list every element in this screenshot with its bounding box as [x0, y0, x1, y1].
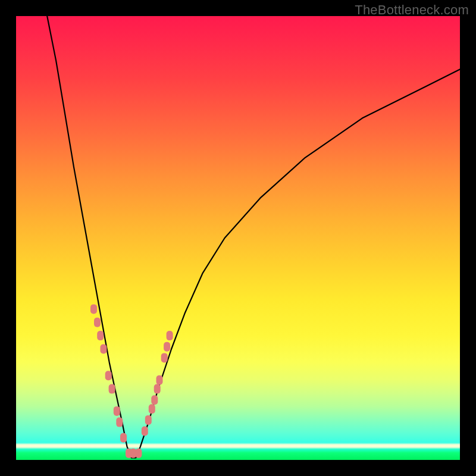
data-marker: [151, 395, 158, 405]
data-marker: [156, 375, 163, 385]
data-marker: [97, 331, 104, 340]
chart-frame: TheBottleneck.com: [0, 0, 476, 476]
data-marker: [135, 449, 142, 458]
data-marker: [149, 404, 155, 414]
data-marker: [120, 433, 127, 443]
data-marker: [94, 318, 101, 327]
data-marker: [101, 345, 107, 354]
data-marker: [90, 304, 97, 314]
data-marker: [142, 427, 148, 436]
data-marker: [164, 342, 170, 352]
data-marker: [154, 384, 161, 394]
plot-area: [16, 16, 460, 460]
data-marker: [114, 406, 120, 416]
data-marker: [167, 331, 173, 340]
data-marker: [161, 353, 168, 362]
bottleneck-curve: [16, 16, 460, 460]
watermark-text: TheBottleneck.com: [355, 2, 469, 18]
data-marker: [105, 371, 112, 380]
data-marker: [145, 415, 152, 425]
data-marker: [116, 418, 123, 427]
data-marker: [109, 384, 115, 394]
